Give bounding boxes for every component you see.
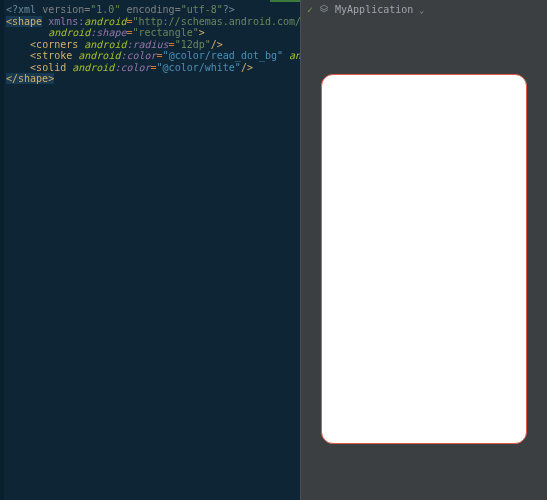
preview-surface[interactable] xyxy=(301,18,547,500)
code-line[interactable]: <stroke android:color="@color/read_dot_b… xyxy=(6,50,300,62)
rendered-shape xyxy=(321,74,527,444)
code-line[interactable]: <corners android:radius="12dp"/> xyxy=(6,39,300,51)
code-line[interactable]: <shape xmlns:android="http://schemas.and… xyxy=(6,16,300,28)
preview-toolbar: ✓ MyApplication ⌄ xyxy=(301,0,547,18)
code-content[interactable]: <?xml version="1.0" encoding="utf-8"?> <… xyxy=(0,0,300,85)
code-line[interactable]: </shape> xyxy=(6,73,300,85)
layers-icon[interactable] xyxy=(319,4,329,14)
code-line[interactable]: <?xml version="1.0" encoding="utf-8"?> xyxy=(6,4,300,16)
check-icon: ✓ xyxy=(307,4,313,15)
code-editor-pane[interactable]: <?xml version="1.0" encoding="utf-8"?> <… xyxy=(0,0,300,500)
editor-gutter xyxy=(0,0,4,500)
preview-pane: ✓ MyApplication ⌄ xyxy=(301,0,547,500)
code-line[interactable]: <solid android:color="@color/white"/> xyxy=(6,62,300,74)
tab-indicator xyxy=(270,0,300,2)
app-name-dropdown[interactable]: MyApplication ⌄ xyxy=(335,4,424,15)
chevron-down-icon: ⌄ xyxy=(419,6,424,15)
code-line[interactable]: android:shape="rectangle"> xyxy=(6,27,300,39)
